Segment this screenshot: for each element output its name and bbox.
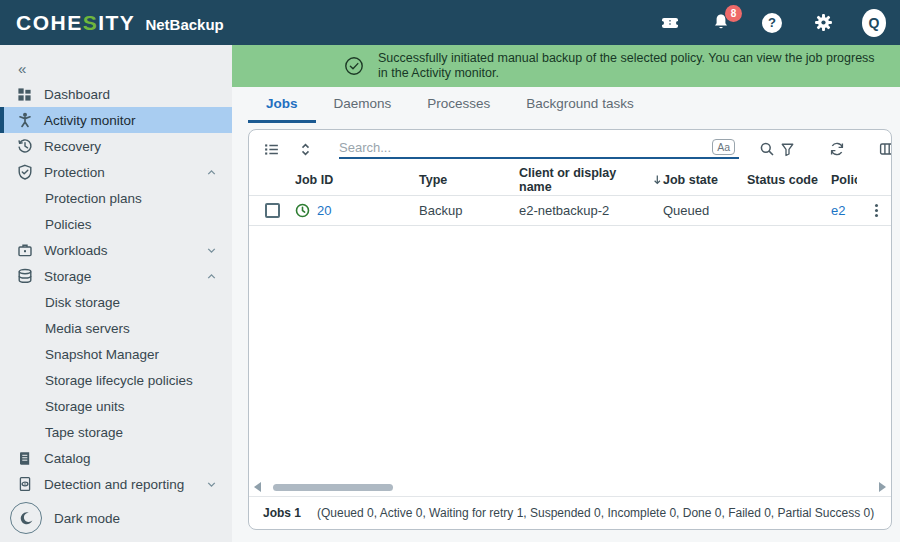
columns-icon[interactable] (877, 139, 892, 159)
scroll-left-arrow[interactable] (254, 482, 261, 492)
chevron-up-icon (205, 270, 218, 283)
tab-daemons[interactable]: Daemons (316, 87, 410, 123)
tab-processes[interactable]: Processes (409, 87, 508, 123)
row-checkbox[interactable] (265, 203, 280, 218)
job-id-link[interactable]: 20 (317, 203, 331, 218)
sidebar-item-catalog[interactable]: Catalog (0, 445, 232, 471)
header-job-id[interactable]: Job ID (295, 173, 419, 187)
sidebar-item-dashboard[interactable]: Dashboard (0, 81, 232, 107)
sidebar-item-recovery[interactable]: Recovery (0, 133, 232, 159)
jobs-count: Jobs 1 (263, 506, 301, 520)
sidebar-item-label: Workloads (44, 243, 108, 258)
user-avatar[interactable]: Q (862, 11, 886, 35)
sidebar-item-label: Storage units (45, 399, 125, 414)
sidebar-item-detection-and-reporting[interactable]: Detection and reporting (0, 471, 232, 497)
protection-shield-icon (16, 164, 33, 181)
table-footer: Jobs 1 (Queued 0, Active 0, Waiting for … (249, 496, 891, 529)
settings-gear-icon[interactable] (811, 11, 835, 35)
sort-rows-icon[interactable] (295, 139, 315, 159)
help-icon[interactable]: ? (760, 11, 784, 35)
scroll-right-arrow[interactable] (879, 482, 886, 492)
policy-link[interactable]: e2 (831, 203, 845, 218)
content-area: Aa (232, 123, 900, 542)
sidebar-item-storage-lifecycle-policies[interactable]: Storage lifecycle policies (0, 367, 232, 393)
sidebar-item-label: Protection (44, 165, 105, 180)
header-job-state[interactable]: Job state (663, 173, 747, 187)
sidebar-item-storage-units[interactable]: Storage units (0, 393, 232, 419)
banner-line1: Successfully initiated manual backup of … (378, 51, 875, 65)
sidebar-item-snapshot-manager[interactable]: Snapshot Manager (0, 341, 232, 367)
sidebar-item-storage[interactable]: Storage (0, 263, 232, 289)
logo-text-pre: COHE (16, 11, 83, 34)
sidebar-item-label: Disk storage (45, 295, 120, 310)
sidebar-item-media-servers[interactable]: Media servers (0, 315, 232, 341)
header-type[interactable]: Type (419, 173, 519, 187)
table-row-job-20[interactable]: 20 Backup e2-netbackup-2 Queued e2 (249, 196, 891, 226)
banner-message: Successfully initiated manual backup of … (378, 51, 875, 81)
banner-line2: in the Activity monitor. (378, 66, 499, 80)
sidebar-item-policies[interactable]: Policies (0, 211, 232, 237)
notifications-bell-icon[interactable]: 8 (709, 11, 733, 35)
storage-database-icon (16, 268, 33, 285)
logo-cohesity: COHESITY (16, 11, 135, 35)
sidebar-item-protection[interactable]: Protection (0, 159, 232, 185)
sidebar-item-tape-storage[interactable]: Tape storage (0, 419, 232, 445)
activity-monitor-icon (16, 112, 33, 129)
sort-descending-icon (652, 174, 663, 186)
sidebar-item-label: Protection plans (45, 191, 142, 206)
cohesity-netbackup-logo: COHESITY NetBackup (16, 11, 224, 35)
tab-jobs[interactable]: Jobs (248, 87, 316, 123)
table-toolbar: Aa (249, 130, 891, 164)
left-sidebar: « Dashboard Activity monitor Recovery (0, 45, 232, 542)
sidebar-item-disk-storage[interactable]: Disk storage (0, 289, 232, 315)
sidebar-collapse-button[interactable]: « (0, 55, 232, 81)
tab-bar: Jobs Daemons Processes Background tasks (232, 87, 900, 123)
license-ticket-icon[interactable] (658, 11, 682, 35)
sidebar-item-label: Recovery (44, 139, 101, 154)
chevron-down-icon (205, 244, 218, 257)
match-case-toggle[interactable]: Aa (712, 139, 735, 155)
detection-report-eye-icon (16, 476, 33, 493)
search-field: Aa (339, 139, 739, 159)
main-area: Successfully initiated manual backup of … (232, 45, 900, 542)
sidebar-item-activity-monitor[interactable]: Activity monitor (0, 107, 232, 133)
recovery-history-icon (16, 138, 33, 155)
header-client-or-display-name[interactable]: Client or display name (519, 166, 663, 194)
header-status-code[interactable]: Status code (747, 173, 831, 187)
top-header: COHESITY NetBackup 8 ? (0, 0, 900, 45)
logo-text-post: ITY (98, 11, 135, 34)
tab-background-tasks[interactable]: Background tasks (508, 87, 651, 123)
sidebar-item-label: Detection and reporting (44, 477, 184, 492)
sidebar-item-workloads[interactable]: Workloads (0, 237, 232, 263)
cell-client: e2-netbackup-2 (519, 203, 663, 218)
refresh-icon[interactable] (827, 139, 847, 159)
header-policy[interactable]: Policy (831, 173, 857, 187)
sidebar-item-protection-plans[interactable]: Protection plans (0, 185, 232, 211)
sidebar-item-label: Storage (44, 269, 91, 284)
dark-mode-toggle[interactable]: Dark mode (10, 502, 120, 534)
sidebar-item-label: Policies (45, 217, 92, 232)
table-header-row: Job ID Type Client or display name Job s… (249, 164, 891, 196)
dark-mode-label: Dark mode (54, 511, 120, 526)
horizontal-scrollbar (249, 478, 891, 496)
sidebar-item-label: Catalog (44, 451, 91, 466)
notification-count-badge: 8 (725, 5, 742, 22)
search-input[interactable] (339, 140, 712, 155)
search-icon[interactable] (757, 139, 777, 159)
list-view-icon[interactable] (261, 139, 281, 159)
dashboard-icon (16, 86, 33, 103)
filter-icon[interactable] (777, 139, 797, 159)
logo-product-name: NetBackup (145, 16, 223, 33)
logo-text-green-s: S (83, 11, 99, 34)
sidebar-item-label: Dashboard (44, 87, 110, 102)
row-actions-menu-icon[interactable] (875, 204, 878, 217)
sidebar-item-label: Storage lifecycle policies (45, 373, 193, 388)
sidebar-item-label: Snapshot Manager (45, 347, 159, 362)
cell-job-state: Queued (663, 203, 747, 218)
chevron-down-icon (205, 478, 218, 491)
scrollbar-thumb[interactable] (273, 484, 393, 491)
workloads-briefcase-icon (16, 242, 33, 259)
catalog-book-icon (16, 450, 33, 467)
table-empty-space (249, 226, 891, 478)
scrollbar-track[interactable] (261, 482, 879, 492)
